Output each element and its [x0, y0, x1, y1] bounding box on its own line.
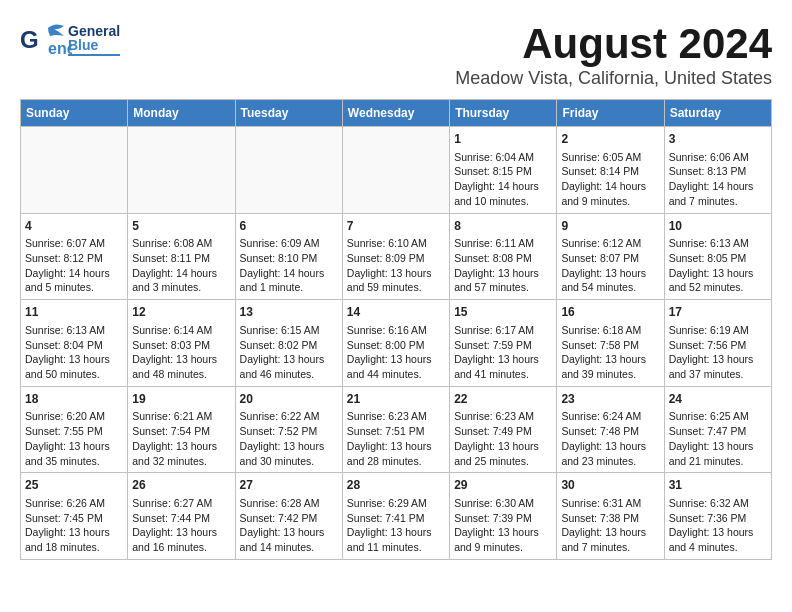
day-info: Daylight: 14 hours [669, 179, 767, 194]
day-info: Sunrise: 6:23 AM [347, 409, 445, 424]
day-cell-28: 28Sunrise: 6:29 AMSunset: 7:41 PMDayligh… [342, 473, 449, 560]
day-number-23: 23 [561, 391, 659, 408]
svg-text:eneral: eneral [48, 40, 72, 57]
empty-cell [128, 127, 235, 214]
day-info: Daylight: 14 hours [25, 266, 123, 281]
day-cell-5: 5Sunrise: 6:08 AMSunset: 8:11 PMDaylight… [128, 213, 235, 300]
day-info: and 50 minutes. [25, 367, 123, 382]
day-info: Sunset: 8:12 PM [25, 251, 123, 266]
day-number-11: 11 [25, 304, 123, 321]
day-info: Sunrise: 6:27 AM [132, 496, 230, 511]
day-info: Sunset: 7:44 PM [132, 511, 230, 526]
day-info: Daylight: 13 hours [132, 352, 230, 367]
day-info: Sunrise: 6:31 AM [561, 496, 659, 511]
day-cell-16: 16Sunrise: 6:18 AMSunset: 7:58 PMDayligh… [557, 300, 664, 387]
day-number-31: 31 [669, 477, 767, 494]
day-cell-22: 22Sunrise: 6:23 AMSunset: 7:49 PMDayligh… [450, 386, 557, 473]
day-info: Sunset: 7:36 PM [669, 511, 767, 526]
header-row: SundayMondayTuesdayWednesdayThursdayFrid… [21, 100, 772, 127]
day-info: Daylight: 14 hours [240, 266, 338, 281]
day-number-18: 18 [25, 391, 123, 408]
day-info: Daylight: 14 hours [454, 179, 552, 194]
week-row-3: 11Sunrise: 6:13 AMSunset: 8:04 PMDayligh… [21, 300, 772, 387]
day-info: Sunset: 7:59 PM [454, 338, 552, 353]
day-info: Sunrise: 6:22 AM [240, 409, 338, 424]
day-info: Daylight: 13 hours [561, 352, 659, 367]
day-info: and 30 minutes. [240, 454, 338, 469]
day-number-26: 26 [132, 477, 230, 494]
day-info: and 37 minutes. [669, 367, 767, 382]
day-info: Sunset: 8:11 PM [132, 251, 230, 266]
day-info: and 39 minutes. [561, 367, 659, 382]
day-info: Sunset: 8:10 PM [240, 251, 338, 266]
day-cell-15: 15Sunrise: 6:17 AMSunset: 7:59 PMDayligh… [450, 300, 557, 387]
day-info: Sunset: 7:38 PM [561, 511, 659, 526]
day-info: and 35 minutes. [25, 454, 123, 469]
day-info: Sunrise: 6:24 AM [561, 409, 659, 424]
day-info: Sunset: 7:56 PM [669, 338, 767, 353]
day-number-5: 5 [132, 218, 230, 235]
day-info: and 14 minutes. [240, 540, 338, 555]
day-info: Daylight: 13 hours [240, 439, 338, 454]
day-cell-20: 20Sunrise: 6:22 AMSunset: 7:52 PMDayligh… [235, 386, 342, 473]
day-info: and 59 minutes. [347, 280, 445, 295]
day-info: Daylight: 13 hours [669, 352, 767, 367]
day-info: Daylight: 13 hours [454, 266, 552, 281]
day-info: and 1 minute. [240, 280, 338, 295]
day-info: Daylight: 13 hours [454, 439, 552, 454]
day-info: and 57 minutes. [454, 280, 552, 295]
logo-underline [68, 54, 120, 56]
day-number-13: 13 [240, 304, 338, 321]
day-info: and 4 minutes. [669, 540, 767, 555]
day-info: Sunset: 8:04 PM [25, 338, 123, 353]
day-info: and 7 minutes. [561, 540, 659, 555]
day-cell-8: 8Sunrise: 6:11 AMSunset: 8:08 PMDaylight… [450, 213, 557, 300]
day-info: Sunset: 7:52 PM [240, 424, 338, 439]
day-info: and 9 minutes. [561, 194, 659, 209]
day-info: and 10 minutes. [454, 194, 552, 209]
day-info: Sunrise: 6:30 AM [454, 496, 552, 511]
logo-general: General [68, 24, 120, 38]
day-cell-13: 13Sunrise: 6:15 AMSunset: 8:02 PMDayligh… [235, 300, 342, 387]
day-number-24: 24 [669, 391, 767, 408]
day-info: Daylight: 13 hours [347, 266, 445, 281]
day-info: Sunrise: 6:11 AM [454, 236, 552, 251]
calendar-table: SundayMondayTuesdayWednesdayThursdayFrid… [20, 99, 772, 560]
day-info: Sunrise: 6:19 AM [669, 323, 767, 338]
day-info: Sunset: 7:42 PM [240, 511, 338, 526]
day-cell-21: 21Sunrise: 6:23 AMSunset: 7:51 PMDayligh… [342, 386, 449, 473]
day-info: Sunset: 8:05 PM [669, 251, 767, 266]
day-info: Sunrise: 6:13 AM [25, 323, 123, 338]
column-header-tuesday: Tuesday [235, 100, 342, 127]
subtitle: Meadow Vista, California, United States [455, 68, 772, 89]
column-header-thursday: Thursday [450, 100, 557, 127]
day-info: and 46 minutes. [240, 367, 338, 382]
day-info: Sunrise: 6:17 AM [454, 323, 552, 338]
week-row-4: 18Sunrise: 6:20 AMSunset: 7:55 PMDayligh… [21, 386, 772, 473]
day-number-20: 20 [240, 391, 338, 408]
day-info: and 11 minutes. [347, 540, 445, 555]
day-info: Sunset: 8:14 PM [561, 164, 659, 179]
day-info: and 28 minutes. [347, 454, 445, 469]
day-number-8: 8 [454, 218, 552, 235]
day-info: Sunset: 8:09 PM [347, 251, 445, 266]
column-header-saturday: Saturday [664, 100, 771, 127]
day-info: Sunrise: 6:07 AM [25, 236, 123, 251]
day-number-2: 2 [561, 131, 659, 148]
day-info: Daylight: 14 hours [561, 179, 659, 194]
day-info: and 16 minutes. [132, 540, 230, 555]
day-cell-23: 23Sunrise: 6:24 AMSunset: 7:48 PMDayligh… [557, 386, 664, 473]
day-info: Sunrise: 6:23 AM [454, 409, 552, 424]
day-cell-10: 10Sunrise: 6:13 AMSunset: 8:05 PMDayligh… [664, 213, 771, 300]
day-number-12: 12 [132, 304, 230, 321]
day-number-25: 25 [25, 477, 123, 494]
day-info: Daylight: 13 hours [561, 525, 659, 540]
title-block: August 2024 Meadow Vista, California, Un… [455, 20, 772, 89]
day-info: and 9 minutes. [454, 540, 552, 555]
day-cell-1: 1Sunrise: 6:04 AMSunset: 8:15 PMDaylight… [450, 127, 557, 214]
day-info: Daylight: 13 hours [669, 266, 767, 281]
day-cell-24: 24Sunrise: 6:25 AMSunset: 7:47 PMDayligh… [664, 386, 771, 473]
day-info: Sunrise: 6:13 AM [669, 236, 767, 251]
column-header-friday: Friday [557, 100, 664, 127]
day-info: Daylight: 13 hours [347, 525, 445, 540]
